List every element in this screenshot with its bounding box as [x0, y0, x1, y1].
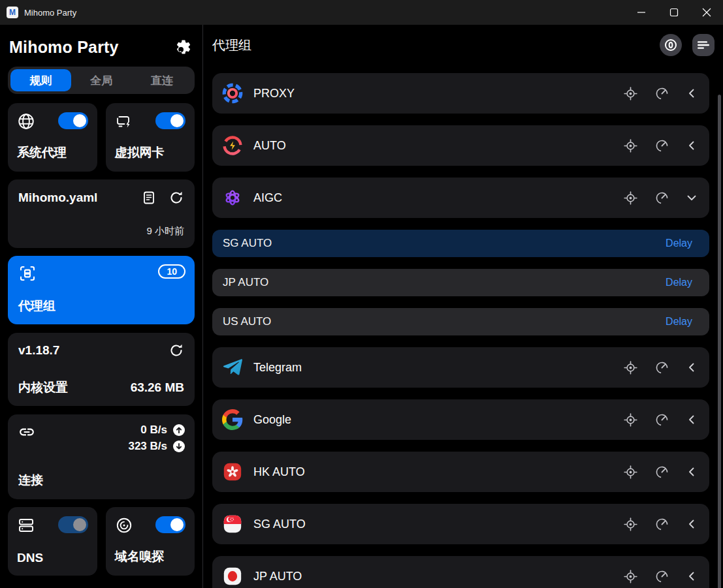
core-settings-label: 内核设置	[18, 379, 68, 396]
locate-icon[interactable]	[624, 87, 637, 101]
proxy-groups-label: 代理组	[18, 298, 185, 315]
hong-kong-flag-icon	[221, 461, 244, 483]
locate-icon[interactable]	[624, 465, 637, 479]
delay-button[interactable]: Delay	[666, 277, 692, 288]
chevron-left-icon[interactable]	[686, 362, 697, 373]
delay-button[interactable]: Delay	[666, 316, 692, 328]
system-proxy-card[interactable]: 系统代理	[8, 103, 97, 172]
upload-arrow-icon	[172, 424, 185, 437]
tun-toggle[interactable]	[155, 112, 185, 129]
locate-icon[interactable]	[624, 191, 637, 205]
tun-card[interactable]: 虚拟网卡	[106, 103, 195, 172]
proxy-group-list: PROXY	[203, 65, 723, 588]
window-title: Mihomo Party	[24, 8, 76, 18]
chevron-left-icon[interactable]	[686, 140, 697, 151]
sort-list-button[interactable]	[692, 34, 715, 56]
dns-label: DNS	[17, 551, 88, 565]
sniff-icon	[115, 516, 133, 534]
dns-server-icon	[17, 516, 35, 534]
maximize-icon	[669, 8, 679, 17]
locate-icon[interactable]	[624, 413, 637, 427]
core-memory: 63.26 MB	[131, 380, 184, 395]
speedtest-gauge-icon[interactable]	[655, 87, 669, 101]
group-row-jp-auto[interactable]: JP AUTO	[212, 556, 709, 588]
proxy-groups-card[interactable]: 10 代理组	[8, 256, 195, 324]
auto-lightning-logo-icon	[221, 134, 244, 157]
globe-icon	[17, 112, 35, 131]
speedtest-gauge-icon[interactable]	[655, 191, 669, 205]
delay-button[interactable]: Delay	[666, 238, 692, 249]
locate-icon[interactable]	[624, 361, 637, 375]
speedtest-gauge-icon[interactable]	[655, 465, 669, 479]
proxy-item-sg-auto[interactable]: SG AUTO Delay	[212, 230, 709, 257]
profile-file-icon[interactable]	[141, 190, 157, 206]
proxy-groups-icon	[18, 264, 37, 283]
chevron-left-icon[interactable]	[686, 519, 697, 529]
chevron-left-icon[interactable]	[686, 571, 697, 581]
singapore-flag-icon	[221, 513, 244, 535]
google-logo-icon	[221, 409, 244, 431]
tab-rule[interactable]: 规则	[10, 69, 71, 91]
proxy-item-us-auto[interactable]: US AUTO Delay	[212, 308, 709, 335]
group-row-telegram[interactable]: Telegram	[212, 347, 709, 388]
system-proxy-label: 系统代理	[17, 144, 88, 161]
system-proxy-toggle[interactable]	[58, 112, 88, 129]
dns-toggle[interactable]	[58, 516, 88, 533]
scrollbar-thumb[interactable]	[718, 95, 721, 588]
dns-card[interactable]: DNS	[8, 507, 97, 576]
zero-circle-icon	[664, 39, 677, 52]
locate-icon[interactable]	[624, 570, 637, 583]
group-count-badge: 10	[158, 264, 185, 279]
group-row-sg-auto[interactable]: SG AUTO	[212, 504, 709, 544]
sniff-label: 域名嗅探	[115, 548, 186, 565]
group-name: HK AUTO	[253, 465, 305, 479]
core-card[interactable]: v1.18.7 内核设置 63.26 MB	[8, 333, 195, 406]
sniff-toggle[interactable]	[155, 516, 185, 533]
speedtest-gauge-icon[interactable]	[655, 518, 669, 531]
maximize-button[interactable]	[658, 0, 690, 25]
minimize-button[interactable]	[625, 0, 658, 25]
tab-global[interactable]: 全局	[71, 69, 132, 91]
speedtest-gauge-icon[interactable]	[655, 570, 669, 583]
profile-updated-time: 9 小时前	[18, 225, 184, 238]
group-row-google[interactable]: Google	[212, 399, 709, 440]
group-row-aigc[interactable]: AIGC	[212, 178, 709, 218]
connections-label: 连接	[18, 472, 185, 489]
core-refresh-icon[interactable]	[169, 343, 184, 358]
japan-flag-icon	[221, 565, 244, 587]
group-name: AUTO	[253, 139, 286, 153]
page-title: 代理组	[212, 37, 251, 54]
download-speed: 323 B/s	[128, 440, 167, 453]
delay-display-button[interactable]	[660, 34, 682, 56]
speedtest-gauge-icon[interactable]	[655, 413, 669, 427]
speedtest-gauge-icon[interactable]	[655, 139, 669, 153]
group-name: Telegram	[253, 361, 302, 375]
group-name: Google	[253, 413, 291, 427]
group-row-proxy[interactable]: PROXY	[212, 73, 709, 114]
group-row-auto[interactable]: AUTO	[212, 125, 709, 166]
chevron-left-icon[interactable]	[686, 414, 697, 425]
chevron-down-icon[interactable]	[686, 193, 697, 203]
download-arrow-icon	[172, 440, 185, 453]
settings-gear-icon[interactable]	[175, 39, 192, 55]
proxy-item-jp-auto[interactable]: JP AUTO Delay	[212, 269, 709, 296]
group-row-hk-auto[interactable]: HK AUTO	[212, 452, 709, 492]
link-icon	[18, 424, 35, 441]
minimize-icon	[637, 8, 646, 17]
tab-direct[interactable]: 直连	[131, 69, 192, 91]
chevron-left-icon[interactable]	[686, 88, 697, 99]
locate-icon[interactable]	[624, 518, 637, 531]
profile-card[interactable]: Mihomo.yaml 9 小时前	[8, 179, 195, 248]
chevron-left-icon[interactable]	[686, 467, 697, 477]
core-version: v1.18.7	[18, 343, 59, 358]
sidebar: Mihomo Party 规则 全局 直连	[0, 25, 202, 588]
close-button[interactable]	[690, 0, 723, 25]
locate-icon[interactable]	[624, 139, 637, 153]
upload-speed: 0 B/s	[140, 424, 167, 437]
profile-refresh-icon[interactable]	[169, 190, 184, 206]
speedtest-gauge-icon[interactable]	[655, 361, 669, 375]
sniff-card[interactable]: 域名嗅探	[106, 507, 195, 576]
group-name: JP AUTO	[253, 570, 302, 583]
connections-card[interactable]: 0 B/s 323 B/s 连接	[8, 414, 195, 499]
openai-logo-icon	[221, 187, 244, 209]
